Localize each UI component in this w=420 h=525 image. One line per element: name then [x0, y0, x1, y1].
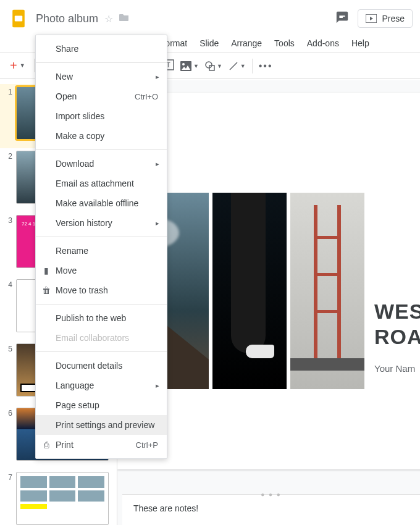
menu-arrange[interactable]: Arrange: [225, 36, 267, 51]
file-document-details[interactable]: Document details: [36, 356, 167, 376]
file-move-to-trash[interactable]: 🗑Move to trash: [36, 280, 167, 300]
file-menu-dropdown: Share New OpenCtrl+O Import slides Make …: [35, 35, 167, 459]
svg-point-6: [182, 63, 185, 65]
slide-number: 1: [6, 86, 12, 96]
line-tool-icon[interactable]: ▼: [229, 61, 246, 71]
file-print-settings-preview[interactable]: Print settings and preview: [36, 415, 167, 435]
app-header: Photo album ☆ Prese: [0, 0, 420, 35]
slide-number: 2: [6, 151, 12, 161]
separator: [36, 304, 167, 304]
folder-icon: ▮: [41, 266, 52, 275]
file-page-setup[interactable]: Page setup: [36, 395, 167, 415]
present-button[interactable]: Prese: [358, 9, 413, 28]
menu-help[interactable]: Help: [346, 36, 375, 51]
file-open[interactable]: OpenCtrl+O: [36, 86, 167, 106]
svg-rect-1: [15, 16, 22, 22]
file-available-offline[interactable]: Make available offline: [36, 193, 167, 213]
separator: [36, 351, 167, 352]
menu-slide[interactable]: Slide: [194, 36, 224, 51]
file-email-attachment[interactable]: Email as attachment: [36, 174, 167, 193]
slides-logo-icon: [7, 7, 30, 30]
slide-title-line: WEST: [374, 300, 420, 323]
slide-photo-2[interactable]: [212, 193, 287, 389]
separator: [252, 59, 253, 74]
file-publish-web[interactable]: Publish to the web: [36, 308, 167, 328]
chevron-down-icon: ▼: [20, 62, 25, 69]
new-slide-button[interactable]: + ▼: [7, 56, 28, 75]
notes-text[interactable]: These are notes!: [133, 503, 409, 513]
slide-number: 4: [6, 279, 12, 289]
shape-tool-icon[interactable]: ▼: [205, 61, 222, 71]
file-move[interactable]: ▮Move: [36, 261, 167, 280]
slide-subtitle[interactable]: Your Nam: [374, 363, 415, 374]
document-title[interactable]: Photo album: [36, 12, 98, 25]
svg-line-9: [230, 62, 237, 70]
svg-point-7: [206, 62, 212, 68]
file-download[interactable]: Download: [36, 154, 167, 174]
trash-icon: 🗑: [41, 285, 52, 295]
separator: [36, 62, 167, 63]
slide-title-line: ROAD: [374, 325, 420, 348]
file-version-history[interactable]: Version history: [36, 213, 167, 233]
slide-photo-3[interactable]: [290, 193, 364, 389]
plus-icon: +: [10, 59, 17, 73]
menu-tools[interactable]: Tools: [269, 36, 300, 51]
slide-number: 3: [6, 215, 12, 225]
file-language[interactable]: Language: [36, 376, 167, 395]
separator: [34, 59, 35, 72]
slide-title[interactable]: WEST ROAD: [374, 299, 420, 350]
separator: [36, 237, 167, 237]
file-email-collaborators: Email collaborators: [36, 328, 167, 348]
file-print[interactable]: ⎙PrintCtrl+P: [36, 435, 167, 455]
speaker-notes[interactable]: ● ● ● These are notes!: [122, 494, 420, 525]
slide-number: 6: [6, 408, 12, 418]
file-share[interactable]: Share: [36, 39, 167, 59]
slide-number: 5: [6, 343, 12, 353]
shortcut-label: Ctrl+O: [135, 92, 158, 101]
move-folder-icon[interactable]: [119, 13, 129, 24]
star-icon[interactable]: ☆: [104, 13, 113, 25]
file-import-slides[interactable]: Import slides: [36, 106, 167, 126]
more-tools-icon[interactable]: •••: [259, 61, 273, 72]
comments-icon[interactable]: [335, 10, 349, 27]
notes-resize-handle[interactable]: ● ● ●: [261, 491, 282, 498]
image-tool-icon[interactable]: ▼: [180, 61, 199, 71]
file-rename[interactable]: Rename: [36, 241, 167, 261]
slide-number: 7: [6, 472, 12, 482]
file-new[interactable]: New: [36, 67, 167, 86]
print-icon: ⎙: [41, 440, 52, 450]
present-label: Prese: [382, 14, 405, 23]
separator: [36, 149, 167, 150]
file-make-copy[interactable]: Make a copy: [36, 126, 167, 146]
slide-thumbnail-7[interactable]: 7: [0, 469, 117, 525]
shortcut-label: Ctrl+P: [136, 440, 158, 450]
menu-addons[interactable]: Add-ons: [301, 36, 345, 51]
present-icon: [366, 14, 377, 23]
